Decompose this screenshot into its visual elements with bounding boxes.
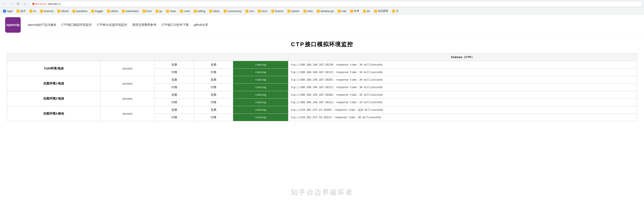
bookmark-news[interactable]: news bbox=[164, 9, 178, 13]
bookmark-news-label: news bbox=[170, 10, 176, 13]
bookmark-sms[interactable]: sms bbox=[244, 9, 256, 13]
response-cell: tcp://218.202.237.33:10203: response tim… bbox=[288, 106, 637, 114]
status-cell: running bbox=[233, 99, 288, 106]
bookmark-wen[interactable]: 文 bbox=[390, 8, 400, 13]
type1-cell: 行情 bbox=[155, 84, 194, 91]
bookmark-tjlc[interactable]: tjlc bbox=[361, 9, 372, 13]
bookmark-ebook[interactable]: eBook bbox=[56, 9, 70, 13]
bookmark-others[interactable]: others bbox=[105, 9, 120, 13]
monitor-table: Simnow（CTP） 7x24环境-电信process交易交易runningt… bbox=[7, 53, 637, 121]
bookmark-tubu[interactable]: 徒步 bbox=[15, 8, 27, 13]
type2-cell: 行情 bbox=[194, 114, 233, 121]
folder-icon bbox=[350, 10, 353, 13]
bookmark-questions[interactable]: questions bbox=[71, 9, 89, 13]
response-cell: tcp://180.168.146.187:10211: response ti… bbox=[288, 84, 637, 91]
response-cell: tcp://180.168.146.187:10201: response ti… bbox=[288, 76, 637, 84]
status-cell: running bbox=[233, 84, 288, 91]
process-cell: process bbox=[100, 76, 155, 91]
page-title-ctp: CTP bbox=[291, 41, 305, 47]
process-cell: process bbox=[100, 61, 155, 76]
bookmark-hc[interactable]: hc bbox=[28, 9, 38, 13]
apps-icon bbox=[3, 10, 6, 13]
bookmark-kubernetes-label: kubernetes bbox=[126, 10, 138, 13]
bookmark-front[interactable]: front bbox=[141, 9, 154, 13]
bookmark-go[interactable]: go bbox=[154, 9, 164, 13]
bookmark-sms-label: sms bbox=[249, 10, 254, 13]
status-cell: running bbox=[233, 91, 288, 99]
bookmarks-bar: Apps 徒步 hc financial eBook questions Kag… bbox=[0, 8, 644, 15]
response-cell: tcp://180.168.146.187:10131: response ti… bbox=[288, 69, 637, 76]
folder-icon bbox=[57, 10, 60, 13]
nav-github[interactable]: github仓库 bbox=[194, 23, 208, 27]
type1-cell: 交易 bbox=[155, 91, 194, 99]
folder-icon bbox=[209, 10, 212, 13]
bookmark-crack[interactable]: crack bbox=[178, 9, 192, 13]
bookmark-financial[interactable]: financial bbox=[38, 9, 55, 13]
bookmark-hexo[interactable]: hexo bbox=[256, 9, 269, 13]
bookmark-knowledge-graph-label: 知识图谱 bbox=[378, 9, 388, 13]
home-button[interactable]: ⌂ bbox=[22, 1, 28, 6]
type2-cell: 行情 bbox=[194, 69, 233, 76]
address-bar[interactable]: Not secure openctp.cn bbox=[29, 1, 642, 7]
bookmark-system[interactable]: system bbox=[286, 9, 301, 13]
nav-ctp-live[interactable]: CTP柜台实盘环境监控 bbox=[97, 23, 127, 27]
refresh-button[interactable]: ↻ bbox=[16, 1, 21, 6]
folder-icon bbox=[303, 10, 306, 13]
bookmark-laifeng[interactable]: laifeng bbox=[192, 9, 207, 13]
bookmark-system-label: system bbox=[291, 10, 300, 13]
simnow-header-label: Simnow（CTP） bbox=[288, 54, 637, 61]
folder-icon bbox=[374, 10, 377, 13]
bookmark-mail[interactable]: mail bbox=[336, 9, 348, 13]
page-title: CTP接口模拟环境监控 bbox=[7, 41, 637, 48]
nav-products[interactable]: openctp的产品与服务 bbox=[28, 23, 56, 27]
bookmark-apps[interactable]: Apps bbox=[1, 9, 14, 13]
site-logo[interactable]: openctp bbox=[5, 17, 21, 33]
nav-futures-fee[interactable]: 期货交易费用参考 bbox=[132, 23, 156, 27]
folder-icon bbox=[288, 10, 290, 13]
bookmark-financial-label: financial bbox=[44, 10, 54, 13]
type2-cell: 行情 bbox=[194, 84, 233, 91]
type1-cell: 交易 bbox=[155, 61, 194, 69]
bookmark-ruankao-label: 软考 bbox=[354, 9, 359, 13]
bookmark-wen-label: 文 bbox=[396, 9, 398, 13]
bookmark-mine[interactable]: mine bbox=[302, 9, 314, 13]
bookmark-ebook-label: eBook bbox=[61, 10, 68, 13]
bookmark-kubernetes[interactable]: kubernetes bbox=[120, 9, 140, 13]
nav-ctp-sim[interactable]: CTP接口模拟环境监控 bbox=[62, 23, 92, 27]
folder-icon bbox=[246, 10, 248, 13]
not-secure-indicator: Not secure bbox=[32, 2, 46, 5]
folder-icon bbox=[317, 10, 320, 13]
forward-button[interactable]: → bbox=[8, 1, 14, 6]
type1-cell: 行情 bbox=[155, 69, 194, 76]
response-cell: tcp://180.168.146.187:10212: response ti… bbox=[288, 99, 637, 106]
folder-icon bbox=[30, 10, 32, 13]
type2-cell: 行情 bbox=[194, 99, 233, 106]
bookmark-kaggle[interactable]: Kaggle bbox=[90, 9, 105, 13]
bookmark-others-label: others bbox=[111, 10, 118, 13]
folder-icon bbox=[258, 10, 261, 13]
bookmark-questions-label: questions bbox=[76, 10, 87, 13]
nav-ctp-download[interactable]: CTP接口与软件下载 bbox=[162, 23, 189, 27]
bookmark-finance[interactable]: finance bbox=[270, 9, 285, 13]
bookmark-ruankao[interactable]: 软考 bbox=[348, 8, 361, 13]
process-cell: process bbox=[100, 106, 155, 121]
folder-icon bbox=[122, 10, 125, 13]
bookmark-crack-label: crack bbox=[184, 10, 190, 13]
simnow-header bbox=[7, 54, 288, 61]
bookmark-knowledge-graph[interactable]: 知识图谱 bbox=[372, 8, 390, 13]
browser-bar: ← → ↻ ⌂ Not secure openctp.cn bbox=[0, 0, 644, 8]
bookmark-concurrency-label: concurrency bbox=[228, 10, 242, 13]
bookmark-go-label: go bbox=[160, 10, 162, 13]
back-button[interactable]: ← bbox=[2, 1, 7, 6]
folder-icon bbox=[180, 10, 183, 13]
status-cell: running bbox=[233, 76, 288, 84]
bookmark-desktop-gui[interactable]: desktop gui bbox=[315, 9, 336, 13]
folder-icon bbox=[194, 10, 197, 13]
folder-icon bbox=[363, 10, 366, 13]
bookmark-hexo-label: hexo bbox=[262, 10, 268, 13]
folder-icon bbox=[392, 10, 395, 13]
bookmark-concurrency[interactable]: concurrency bbox=[222, 9, 243, 13]
bookmark-front-label: front bbox=[146, 10, 152, 13]
bookmark-aliacs[interactable]: aliacs bbox=[208, 9, 222, 13]
url-text: openctp.cn bbox=[48, 2, 60, 5]
